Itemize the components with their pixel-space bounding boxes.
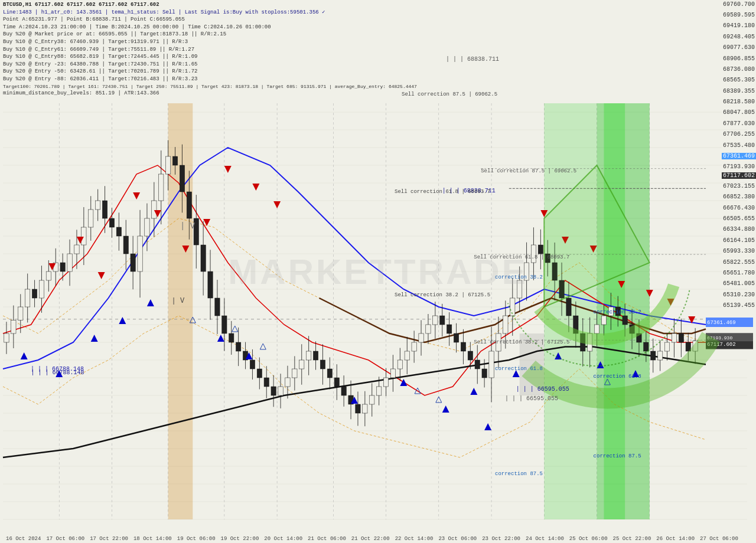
chart-canvas [0,0,756,543]
chart-container: BTCUSD,H1 67117.602 67117.602 67117.602 … [0,0,756,543]
